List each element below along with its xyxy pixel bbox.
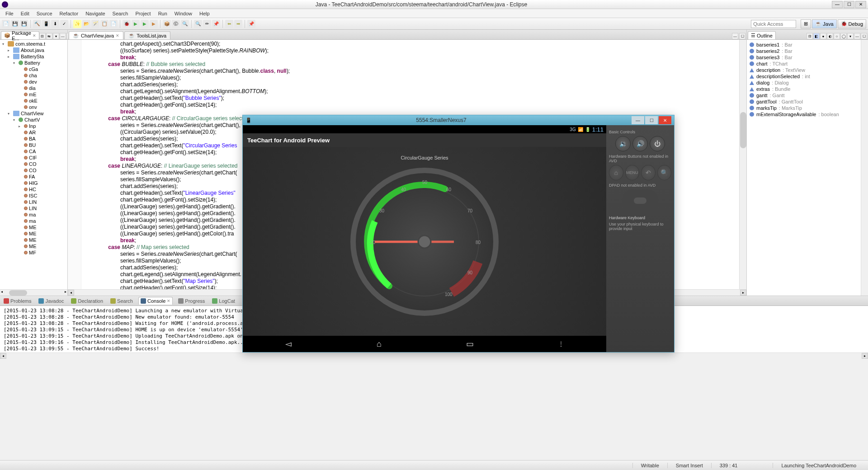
save-button[interactable]: 💾: [11, 20, 19, 28]
open-perspective-button[interactable]: ⊞: [801, 19, 811, 28]
minimize-button[interactable]: —: [832, 1, 843, 8]
tree-item[interactable]: onv: [1, 104, 66, 110]
minimize-editor-button[interactable]: —: [732, 33, 738, 39]
menu-nav-button[interactable]: ⋮: [552, 340, 570, 348]
menu-run[interactable]: Run: [155, 10, 171, 17]
tree-item[interactable]: HC: [1, 186, 66, 193]
outline-item[interactable]: barseries3 : Bar: [750, 54, 858, 61]
view-tab-progress[interactable]: Progress: [176, 297, 207, 305]
tree-item[interactable]: BA: [1, 136, 66, 142]
outline-item[interactable]: descriptionSelected : int: [750, 73, 858, 80]
outline-item[interactable]: extras : Bundle: [750, 86, 858, 92]
tree-item[interactable]: ▸BatterySta: [1, 53, 66, 60]
close-view-icon[interactable]: ✕: [167, 299, 170, 303]
build-button[interactable]: 🔨: [33, 20, 41, 28]
tree-item[interactable]: FA: [1, 174, 66, 180]
menu-project[interactable]: Project: [132, 10, 154, 17]
volume-up-button[interactable]: 🔊: [632, 136, 648, 151]
lint-button[interactable]: ✓: [60, 20, 68, 28]
tree-item[interactable]: LIN: [1, 199, 66, 205]
console-scrollbar[interactable]: ◂▸: [0, 352, 868, 359]
view-tab-console[interactable]: Console ✕: [138, 297, 173, 305]
tree-item[interactable]: ▾ChartView: [1, 110, 66, 117]
tree-item[interactable]: okE: [1, 98, 66, 104]
close-icon[interactable]: ✕: [33, 33, 36, 38]
volume-down-button[interactable]: 🔉: [615, 136, 631, 151]
outline-item[interactable]: ganttTool : GanttTool: [750, 99, 858, 105]
tree-item[interactable]: dev: [1, 79, 66, 85]
tree-item[interactable]: cha: [1, 72, 66, 79]
package-explorer-tab[interactable]: 📦 Package E... ✕: [1, 31, 39, 39]
collapse-all-button[interactable]: ⊟: [39, 33, 46, 39]
tree-item[interactable]: ISC: [1, 193, 66, 199]
tree-item[interactable]: ▸About.java: [1, 47, 66, 53]
editor-vertical-scrollbar[interactable]: [739, 40, 746, 289]
back-nav-button[interactable]: ◅: [279, 339, 297, 349]
wizard-button[interactable]: 🪄: [91, 20, 99, 28]
horizontal-scrollbar[interactable]: ◂ ▸: [0, 289, 67, 296]
new-package-button[interactable]: 📦: [163, 20, 171, 28]
outline-item[interactable]: gantt : Gantt: [750, 92, 858, 99]
tree-item[interactable]: mE: [1, 91, 66, 98]
toggle-mark-button[interactable]: ✏: [203, 20, 211, 28]
outline-item[interactable]: mExternalStorageAvailable : boolean: [750, 111, 858, 118]
emulator-maximize-button[interactable]: ☐: [645, 116, 658, 124]
tree-item[interactable]: ▸Inp: [1, 123, 66, 129]
back-button[interactable]: ⬅: [225, 20, 233, 28]
menu-search[interactable]: Search: [109, 10, 132, 17]
recent-nav-button[interactable]: ▭: [461, 339, 479, 349]
close-tab-icon[interactable]: ✕: [116, 33, 119, 38]
run-last-button[interactable]: ▶: [141, 20, 149, 28]
minimize-outline-button[interactable]: —: [854, 33, 860, 39]
emulator-window[interactable]: 📱 5554:SmallerNexus7 — ☐ ✕ 3G 📶 🔋 1:11 T…: [242, 115, 675, 352]
menu-navigate[interactable]: Navigate: [82, 10, 108, 17]
hide-static-button[interactable]: ◐: [827, 33, 833, 39]
new-button[interactable]: 📄: [2, 20, 10, 28]
outline-item[interactable]: chart : TChart: [750, 61, 858, 67]
tree-item[interactable]: CA: [1, 148, 66, 155]
debug-button[interactable]: 🐞: [123, 20, 131, 28]
emulator-close-button[interactable]: ✕: [659, 116, 671, 124]
chart-content[interactable]: CircularGauge Series: [243, 147, 606, 336]
editor-tab[interactable]: ☕ChartView.java✕: [69, 31, 123, 39]
template-button[interactable]: 📋: [100, 20, 108, 28]
outline-item[interactable]: barseries2 : Bar: [750, 48, 858, 54]
tree-item[interactable]: ▾ChartV: [1, 117, 66, 123]
tree-item[interactable]: MF: [1, 249, 66, 256]
hide-local-button[interactable]: ◯: [840, 33, 847, 39]
new-android-button[interactable]: ✨: [73, 20, 81, 28]
tree-item[interactable]: CO: [1, 167, 66, 174]
package-tree[interactable]: ▾com.steema.t▸About.java▸BatterySta▾Batt…: [0, 40, 67, 289]
menu-window[interactable]: Window: [171, 10, 196, 17]
home-nav-button[interactable]: ⌂: [370, 339, 388, 349]
emulator-titlebar[interactable]: 📱 5554:SmallerNexus7 — ☐ ✕: [243, 115, 674, 125]
annotation-button[interactable]: 📌: [212, 20, 220, 28]
outline-menu-button[interactable]: ▾: [847, 33, 854, 39]
menu-refactor[interactable]: Refactor: [56, 10, 82, 17]
filter-button[interactable]: ◧: [813, 33, 820, 39]
open-type-button[interactable]: 🔍: [181, 20, 189, 28]
tree-item[interactable]: ME: [1, 243, 66, 249]
tree-item[interactable]: cGa: [1, 66, 66, 72]
java-perspective-button[interactable]: ☕ Java: [812, 19, 836, 28]
minimize-view-button[interactable]: —: [60, 33, 66, 39]
outline-item[interactable]: description : TextView: [750, 67, 858, 73]
emulator-minimize-button[interactable]: —: [632, 116, 644, 124]
run-button[interactable]: ▶: [132, 20, 140, 28]
new-class-button[interactable]: Ⓒ: [172, 20, 180, 28]
tree-item[interactable]: LIN: [1, 205, 66, 212]
view-tab-problems[interactable]: Problems: [2, 297, 33, 305]
xml-button[interactable]: 📄: [109, 20, 118, 28]
pin-button[interactable]: 📌: [247, 20, 255, 28]
quick-access-input[interactable]: [751, 20, 796, 28]
tree-item[interactable]: BU: [1, 142, 66, 148]
close-window-button[interactable]: ✕: [855, 1, 866, 8]
maximize-outline-button[interactable]: ☐: [861, 33, 867, 39]
menu-file[interactable]: File: [2, 10, 17, 17]
open-button[interactable]: 📂: [82, 20, 90, 28]
outline-tree[interactable]: barseries1 : Barbarseries2 : Barbarserie…: [747, 40, 861, 296]
tree-item[interactable]: AR: [1, 129, 66, 136]
sdk-button[interactable]: ⬇: [51, 20, 59, 28]
outline-item[interactable]: marksTip : MarksTip: [750, 105, 858, 111]
forward-button[interactable]: ➡: [234, 20, 242, 28]
